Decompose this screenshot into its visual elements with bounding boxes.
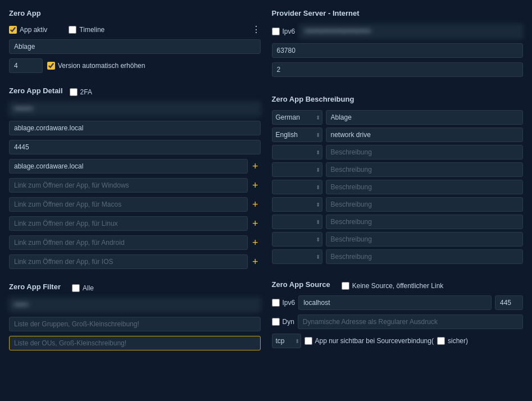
sicher-text: sicher) xyxy=(448,337,468,345)
filter-tag-input[interactable] xyxy=(9,298,261,312)
source-ipv6-text: Ipv6 xyxy=(283,299,295,307)
sicher-label[interactable]: sicher) xyxy=(437,337,468,345)
beschreibung-row: GermanEnglishFrenchSpanishItalian xyxy=(272,232,524,247)
hostname-link-input[interactable] xyxy=(9,159,248,174)
link-windows-add-button[interactable]: + xyxy=(250,180,261,192)
source-dyn-input[interactable] xyxy=(298,315,523,329)
link-ios-input[interactable] xyxy=(9,254,248,269)
source-title: Zero App Source xyxy=(272,280,330,289)
beschreibung-row: GermanEnglishFrenchSpanishItalian xyxy=(272,215,524,229)
beschreibung-value-input-5[interactable] xyxy=(326,197,524,212)
hostname-input[interactable] xyxy=(9,121,261,135)
link-linux-input[interactable] xyxy=(9,216,248,231)
detail-section-title: Zero App Detail xyxy=(9,86,63,95)
app-aktiv-checkbox[interactable] xyxy=(9,26,17,34)
provider-ipv6-input[interactable] xyxy=(299,24,523,39)
blurred-field[interactable] xyxy=(9,102,261,116)
app-sichtbar-checkbox[interactable] xyxy=(304,337,312,345)
beschreibung-lang-select-wrapper-3[interactable]: GermanEnglishFrenchSpanishItalian xyxy=(272,162,322,177)
beschreibung-lang-select-8[interactable]: GermanEnglishFrenchSpanishItalian xyxy=(272,249,322,264)
beschreibung-row: GermanEnglishFrenchSpanishItalian xyxy=(272,162,524,177)
provider-ipv6-label[interactable]: Ipv6 xyxy=(272,28,295,35)
version-auto-checkbox[interactable] xyxy=(47,62,55,70)
timeline-checkbox[interactable] xyxy=(69,26,76,34)
beschreibung-lang-select-0[interactable]: GermanEnglishFrenchSpanishItalian xyxy=(272,110,322,125)
beschreibung-value-input-6[interactable] xyxy=(326,215,524,229)
app-sichtbar-label[interactable]: App nur sichtbar bei Sourceverbindung( xyxy=(304,337,434,345)
ous-input[interactable] xyxy=(9,336,261,350)
zero-app-title: Zero App xyxy=(9,9,41,17)
source-dyn-checkbox[interactable] xyxy=(272,318,280,326)
link-macos-add-button[interactable]: + xyxy=(250,199,261,211)
source-hostname-input[interactable] xyxy=(298,295,492,310)
beschreibung-lang-select-wrapper-7[interactable]: GermanEnglishFrenchSpanishItalian xyxy=(272,232,322,247)
source-port-input[interactable] xyxy=(495,295,523,310)
beschreibung-value-input-4[interactable] xyxy=(326,180,524,194)
beschreibung-lang-select-4[interactable]: GermanEnglishFrenchSpanishItalian xyxy=(272,180,322,194)
tcp-select-wrapper[interactable]: tcp udp xyxy=(272,334,301,348)
beschreibung-value-input-1[interactable] xyxy=(326,127,524,142)
beschreibung-lang-select-6[interactable]: GermanEnglishFrenchSpanishItalian xyxy=(272,215,322,229)
beschreibung-value-input-3[interactable] xyxy=(326,162,524,177)
beschreibung-lang-select-wrapper-0[interactable]: GermanEnglishFrenchSpanishItalian xyxy=(272,110,322,125)
alle-checkbox-label[interactable]: Alle xyxy=(72,284,94,292)
groups-input[interactable] xyxy=(9,317,261,331)
beschreibung-lang-select-1[interactable]: GermanEnglishFrenchSpanishItalian xyxy=(272,127,322,142)
beschreibung-lang-select-5[interactable]: GermanEnglishFrenchSpanishItalian xyxy=(272,197,322,212)
source-ipv6-label[interactable]: Ipv6 xyxy=(272,299,295,307)
keine-source-label[interactable]: Keine Source, öffentlicher Link xyxy=(342,282,444,290)
twofa-checkbox[interactable] xyxy=(70,88,78,96)
provider-ipv6-text: Ipv6 xyxy=(283,28,295,35)
provider-version-input[interactable] xyxy=(272,62,524,77)
source-dyn-text: Dyn xyxy=(283,318,294,326)
hostname-link-add-button[interactable]: + xyxy=(250,161,261,172)
beschreibung-lang-select-wrapper-8[interactable]: GermanEnglishFrenchSpanishItalian xyxy=(272,249,322,264)
tcp-select[interactable]: tcp udp xyxy=(272,334,301,348)
beschreibung-value-input-0[interactable] xyxy=(326,110,524,125)
sicher-checkbox[interactable] xyxy=(437,337,445,345)
beschreibung-row: GermanEnglishFrenchSpanishItalian xyxy=(272,145,524,160)
beschreibung-lang-select-wrapper-2[interactable]: GermanEnglishFrenchSpanishItalian xyxy=(272,145,322,160)
timeline-checkbox-label[interactable]: Timeline xyxy=(69,26,104,34)
link-windows-input[interactable] xyxy=(9,178,248,193)
source-ipv6-checkbox[interactable] xyxy=(272,299,280,307)
version-input[interactable] xyxy=(9,58,43,73)
link-android-add-button[interactable]: + xyxy=(250,237,261,249)
link-macos-input[interactable] xyxy=(9,197,248,212)
link-ios-add-button[interactable]: + xyxy=(250,256,261,268)
beschreibung-row: GermanEnglishFrenchSpanishItalian xyxy=(272,197,524,212)
beschreibung-lang-select-wrapper-6[interactable]: GermanEnglishFrenchSpanishItalian xyxy=(272,215,322,229)
twofa-label: 2FA xyxy=(80,88,92,96)
version-auto-label[interactable]: Version automatisch erhöhen xyxy=(47,62,145,70)
beschreibung-lang-select-7[interactable]: GermanEnglishFrenchSpanishItalian xyxy=(272,232,322,247)
ablage-input[interactable] xyxy=(9,39,261,54)
alle-checkbox[interactable] xyxy=(72,284,80,292)
beschreibung-value-input-2[interactable] xyxy=(326,145,524,160)
keine-source-checkbox[interactable] xyxy=(342,282,349,290)
link-linux-add-button[interactable]: + xyxy=(250,218,261,230)
dots-menu-icon[interactable]: ⋮ xyxy=(252,24,261,35)
timeline-label: Timeline xyxy=(79,26,104,34)
provider-ipv6-checkbox[interactable] xyxy=(272,28,280,35)
beschreibung-lang-select-wrapper-1[interactable]: GermanEnglishFrenchSpanishItalian xyxy=(272,127,322,142)
app-aktiv-label: App aktiv xyxy=(20,26,47,34)
beschreibung-lang-select-wrapper-4[interactable]: GermanEnglishFrenchSpanishItalian xyxy=(272,180,322,194)
app-sichtbar-text: App nur sichtbar bei Sourceverbindung( xyxy=(315,337,434,345)
app-aktiv-checkbox-label[interactable]: App aktiv xyxy=(9,26,47,34)
version-auto-text: Version automatisch erhöhen xyxy=(58,62,145,70)
beschreibung-lang-select-wrapper-5[interactable]: GermanEnglishFrenchSpanishItalian xyxy=(272,197,322,212)
keine-source-text: Keine Source, öffentlicher Link xyxy=(352,282,444,290)
provider-port-input[interactable] xyxy=(272,43,524,58)
link-android-input[interactable] xyxy=(9,235,248,250)
beschreibung-value-input-8[interactable] xyxy=(326,249,524,264)
source-dyn-label[interactable]: Dyn xyxy=(272,318,294,326)
beschreibung-title: Zero App Beschreibung xyxy=(272,95,524,103)
twofa-checkbox-label[interactable]: 2FA xyxy=(70,88,92,96)
beschreibung-row: GermanEnglishFrenchSpanishItalian xyxy=(272,249,524,264)
beschreibung-value-input-7[interactable] xyxy=(326,232,524,247)
alle-label: Alle xyxy=(83,284,94,292)
beschreibung-lang-select-2[interactable]: GermanEnglishFrenchSpanishItalian xyxy=(272,145,322,160)
beschreibung-lang-select-3[interactable]: GermanEnglishFrenchSpanishItalian xyxy=(272,162,322,177)
filter-section-title: Zero App Filter xyxy=(9,282,61,291)
port-input[interactable] xyxy=(9,140,261,154)
